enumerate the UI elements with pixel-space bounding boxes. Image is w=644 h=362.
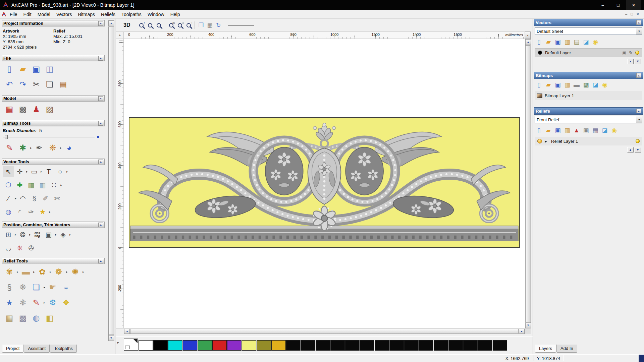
open-vector-file-icon[interactable]: ▰	[544, 38, 553, 46]
section-header-vectors[interactable]: Vectors ▲	[534, 19, 643, 26]
paint-relief-flyout-arrow[interactable]: ▸	[43, 301, 46, 304]
colour-black-13[interactable]	[448, 340, 463, 351]
delete-relief-icon[interactable]: ◪	[600, 126, 609, 135]
palette-flyout-arrow[interactable]: ▸	[59, 146, 62, 149]
texture-relief-icon[interactable]: ❆	[46, 296, 59, 309]
relief-selector[interactable]: Front Relief ▼	[535, 116, 642, 123]
relief-thumbnail-icon[interactable]	[536, 138, 543, 144]
relief-wizard-icon[interactable]: ✾	[3, 265, 16, 279]
zoom-objects-icon[interactable]: □	[175, 21, 184, 29]
show-all-vectors-icon[interactable]: ◉	[591, 38, 600, 46]
export-model-icon[interactable]: ◫	[43, 62, 56, 76]
colour-black-11[interactable]	[419, 340, 433, 351]
relief-visibility-bulb[interactable]	[634, 138, 641, 144]
block-copy-icon[interactable]: ∷	[48, 179, 60, 191]
smooth-relief-flyout-arrow[interactable]: ▸	[33, 270, 36, 274]
move-relief-layer-down-button[interactable]: ▼	[635, 147, 641, 153]
weld-vectors-flyout-arrow[interactable]: ▸	[69, 233, 72, 236]
block-array-flyout-arrow[interactable]: ▸	[14, 233, 17, 236]
canvas-scroll-down-arrow[interactable]: ▼	[525, 322, 531, 328]
vector-layer-row[interactable]: Default Layer ▣✎	[535, 48, 642, 57]
colour-black-3[interactable]	[301, 340, 315, 351]
create-star-icon[interactable]: ★	[37, 206, 48, 218]
colour-black-2[interactable]	[286, 340, 301, 351]
colour-black[interactable]	[153, 340, 168, 351]
collapse-vector-tools-button[interactable]: ▲	[98, 160, 103, 164]
toggle-3d-view-button[interactable]: 3D	[121, 21, 132, 29]
collapse-bitmaps-button[interactable]: ▲	[636, 73, 641, 78]
maximize-button[interactable]: □	[610, 0, 626, 10]
constant-relief-flyout-arrow[interactable]: ▸	[43, 286, 46, 289]
spiral-icon[interactable]: ✇	[25, 242, 37, 254]
transform-vectors-icon[interactable]: ✛	[14, 166, 25, 177]
tab-layers[interactable]: Layers	[535, 345, 556, 353]
constant-relief-icon[interactable]: ❏	[30, 281, 43, 294]
edit-layer-icon[interactable]: ✎	[628, 50, 634, 56]
offset-vectors-icon[interactable]: ❍	[3, 179, 14, 191]
flood-fill-icon[interactable]: ✱	[16, 141, 30, 155]
scale-relief-icon[interactable]: ▦	[591, 126, 600, 135]
swept-profile-icon[interactable]: §	[3, 281, 16, 294]
paint-bucket-icon[interactable]: ◕	[62, 141, 76, 155]
import-relief-icon[interactable]: ▥	[563, 126, 572, 135]
offset-relief-icon[interactable]: ❖	[59, 296, 73, 309]
canvas-scroll-left-arrow[interactable]: ◂	[124, 329, 130, 334]
colour-black-12[interactable]	[434, 340, 448, 351]
paste-along-curve-icon[interactable]: ▥	[37, 179, 48, 191]
create-rectangle-flyout-arrow[interactable]: ▸	[40, 170, 43, 173]
move-vector-layer-up-button[interactable]: ▲	[627, 59, 634, 64]
create-rectangle-icon[interactable]: ▭	[29, 166, 40, 177]
undo-icon[interactable]: ↶	[3, 78, 16, 91]
menu-edit[interactable]: Edit	[20, 11, 35, 18]
node-editing-icon[interactable]: ✚	[14, 179, 25, 191]
merge-layer-icon[interactable]: ▣	[621, 50, 628, 56]
open-relief-file-icon[interactable]: ▰	[544, 126, 553, 135]
create-arc-icon[interactable]: ◠	[17, 193, 29, 204]
section-header-model[interactable]: Model ▲	[2, 95, 105, 102]
bitmap-to-vector-icon[interactable]: ▦	[25, 179, 37, 191]
interactive-sculpt-icon[interactable]: ☛	[46, 281, 59, 294]
section-header-vector-tools[interactable]: Vector Tools ▲	[2, 159, 105, 165]
circular-array-icon[interactable]: ❂	[17, 229, 29, 240]
dome-relief-icon[interactable]: ◒	[59, 281, 73, 294]
vector-texture-icon[interactable]: ❈	[14, 242, 25, 254]
move-relief-layer-up-button[interactable]: ▲	[627, 147, 634, 153]
brush-diameter-slider[interactable]	[3, 134, 103, 139]
weld-vectors-icon[interactable]: ◈	[57, 229, 69, 240]
open-bitmap-file-icon[interactable]: ▰	[544, 80, 553, 89]
zoom-page-icon[interactable]: ▫	[184, 21, 193, 29]
collapse-bitmap-tools-button[interactable]: ▲	[98, 121, 103, 126]
new-bitmap-layer-icon[interactable]: ▯	[535, 80, 543, 89]
tab-project[interactable]: Project	[2, 345, 23, 353]
section-header-reliefs[interactable]: Reliefs ▲	[534, 107, 643, 115]
colour-black-4[interactable]	[316, 340, 330, 351]
zoom-out-icon[interactable]: −	[146, 21, 154, 29]
block-array-icon[interactable]: ⊞	[3, 229, 14, 240]
colour-black-9[interactable]	[389, 340, 404, 351]
palette-icon[interactable]: ❉	[46, 141, 59, 155]
zoom-in-icon[interactable]: +	[137, 21, 146, 29]
paint-brush-icon[interactable]: ✎	[3, 141, 16, 155]
collapse-file-button[interactable]: ▲	[98, 56, 103, 61]
redraw-view-icon[interactable]: ↻	[214, 21, 223, 29]
transform-vectors-flyout-arrow[interactable]: ▸	[25, 170, 29, 173]
ruler-split-button[interactable]: ▾	[525, 32, 531, 39]
shape-editor-icon[interactable]: ✿	[36, 265, 49, 279]
greyscale-bitmap-icon[interactable]: ▩	[582, 80, 590, 89]
minimize-button[interactable]: –	[595, 0, 610, 10]
extrude-relief-flyout-arrow[interactable]: ▸	[82, 270, 85, 274]
zoom-window-icon[interactable]: ▭	[167, 21, 175, 29]
save-vectors-icon[interactable]: ▣	[553, 38, 562, 46]
convert-to-curves-icon[interactable]: §	[29, 193, 40, 204]
import-vectors-icon[interactable]: ▥	[563, 38, 572, 46]
close-button[interactable]: ✕	[626, 0, 641, 10]
two-rail-sweep-flyout-arrow[interactable]: ▸	[65, 270, 68, 274]
mdi-minimize-button[interactable]: –	[625, 12, 627, 16]
colour-white[interactable]	[139, 340, 153, 351]
scroll-down-arrow[interactable]: ▼	[108, 335, 114, 341]
relief-selector-dropdown-button[interactable]: ▼	[636, 116, 642, 123]
colour-black-5[interactable]	[330, 340, 345, 351]
tab-assistant[interactable]: Assistant	[24, 345, 50, 353]
colour-black-8[interactable]	[375, 340, 389, 351]
collapse-reliefs-button[interactable]: ▲	[636, 109, 641, 113]
